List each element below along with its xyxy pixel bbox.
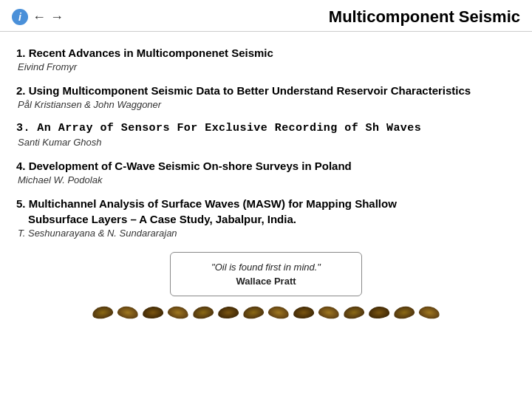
quote-author: Wallace Pratt [185,276,347,287]
item-number: 5. [16,197,26,210]
item-title: 2. Using Multicomponent Seismic Data to … [16,83,516,98]
item-text-line2: Subsurface Layers – A Case Study, Jabalp… [16,213,296,225]
header-icons: i ← → [12,9,64,25]
list-item: 1. Recent Advances in Multicomponenet Se… [16,45,516,72]
item-text: Development of C-Wave Seismic On-shore S… [29,160,352,172]
item-author: Santi Kumar Ghosh [16,137,516,148]
item-number: 4. [16,160,26,172]
leaf-icon [267,305,290,321]
item-text-line1: Multichannel Analysis of Surface Waves (… [29,197,397,210]
list-item: 4. Development of C-Wave Seismic On-shor… [16,158,516,185]
footer-decoration [16,307,516,318]
content-area: 1. Recent Advances in Multicomponenet Se… [0,32,532,326]
leaf-icon [167,305,189,321]
item-author: Michael W. Podolak [16,174,516,185]
leaf-icon [368,306,389,319]
item-author: Pål Kristiansen & John Waggoner [16,99,516,110]
item-text: Recent Advances in Multicomponenet Seism… [29,47,273,59]
item-text: An Array of Sensors For Exclusive Record… [37,122,421,134]
quote-text: "Oil is found first in mind." [185,262,347,273]
leaf-icon [242,305,265,321]
leaf-icon [293,306,314,319]
leaf-icon [393,305,415,321]
item-title: 4. Development of C-Wave Seismic On-shor… [16,158,516,174]
item-number: 2. [16,84,26,97]
arrow-left-icon[interactable]: ← [33,10,46,25]
leaf-icon [142,306,163,319]
list-item: 5. Multichannel Analysis of Surface Wave… [16,196,516,239]
leaf-icon [418,305,440,321]
item-title: 3. An Array of Sensors For Exclusive Rec… [16,120,516,136]
item-number: 1. [16,47,26,59]
page-title: Multicomponent Seismic [75,7,520,27]
arrow-right-icon[interactable]: → [50,10,64,25]
item-author: Eivind Fromyr [16,61,516,72]
item-title: 5. Multichannel Analysis of Surface Wave… [16,196,516,227]
item-text: Using Multicomponent Seismic Data to Bet… [29,84,471,97]
item-title: 1. Recent Advances in Multicomponenet Se… [16,45,516,61]
leaf-icon [343,305,365,321]
quote-box: "Oil is found first in mind." Wallace Pr… [170,252,362,296]
leaf-icon [117,305,139,321]
leaf-icon [192,305,214,321]
leaf-icon [318,305,340,321]
item-number: 3. [16,122,30,134]
item-author: T. Seshunarayana & N. Sundararajan [16,228,516,239]
header: i ← → Multicomponent Seismic [0,0,532,32]
list-item: 2. Using Multicomponent Seismic Data to … [16,83,516,110]
leaf-icon [217,306,239,319]
info-icon[interactable]: i [12,9,28,25]
leaf-icon [92,305,114,321]
list-item: 3. An Array of Sensors For Exclusive Rec… [16,120,516,148]
